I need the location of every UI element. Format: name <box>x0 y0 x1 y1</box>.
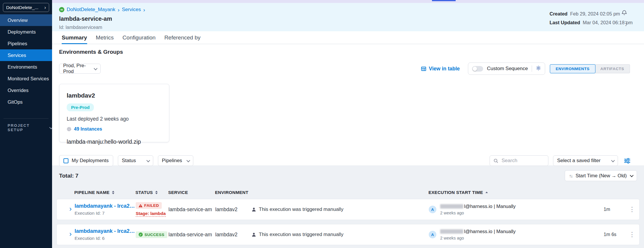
sidebar-item-gitops[interactable]: GitOps <box>0 96 52 108</box>
my-deployments-filter[interactable]: My Deployments <box>59 155 113 166</box>
sidebar-item-overrides[interactable]: Overrides <box>0 84 52 96</box>
project-setup-label: PROJECT SETUP <box>8 123 46 132</box>
status-cell: ✓ SUCCESS <box>136 231 168 238</box>
chevron-down-icon <box>611 158 615 162</box>
environment-cell: lambdav2 <box>215 207 252 213</box>
user-icon <box>252 233 256 237</box>
column-service[interactable]: SERVICE <box>168 190 215 195</box>
user-text: l@harness.io | Manually <box>464 229 516 234</box>
user-line: l@harness.io | Manually <box>440 204 516 209</box>
duration-cell: 1m <box>604 207 625 212</box>
redacted-username <box>440 204 463 209</box>
breadcrumb-project-link[interactable]: DoNotDelete_Mayank <box>67 7 115 13</box>
tab-bar: Summary Metrics Configuration Referenced… <box>52 31 644 44</box>
row-more-menu-icon[interactable]: ⋮ <box>625 206 639 213</box>
tab-summary[interactable]: Summary <box>62 31 87 44</box>
sidebar-item-environments[interactable]: Environments <box>0 61 52 73</box>
my-deployments-label: My Deployments <box>72 158 109 164</box>
header-more-menu-icon[interactable]: ⋮ <box>623 20 629 27</box>
column-label: STATUS <box>135 190 153 195</box>
chevron-right-icon: › <box>44 5 46 10</box>
tab-label: Summary <box>62 34 87 41</box>
tab-metrics[interactable]: Metrics <box>96 31 114 44</box>
row-more-menu-icon[interactable]: ⋮ <box>625 231 639 238</box>
created-label: Created <box>550 11 567 17</box>
custom-sequence-toggle[interactable] <box>472 66 483 72</box>
divider <box>532 65 532 72</box>
breadcrumb-services-link[interactable]: Services <box>122 7 141 13</box>
search-box <box>490 155 548 166</box>
instances-link[interactable]: 49 Instances <box>74 126 102 132</box>
status-filter-dropdown[interactable]: Status <box>118 155 153 166</box>
service-cell: lambda-service-am <box>168 207 215 213</box>
failed-stage-link[interactable]: Stage: lambda <box>136 211 166 217</box>
pipeline-link[interactable]: lambdamayank - Irca2 - Clo... <box>75 203 136 209</box>
status-badge-failed: FAILED <box>136 202 162 209</box>
project-selector[interactable]: DoNotDelete_... › <box>3 3 49 12</box>
pipeline-cell: lambdamayank - Irca2 - Clo... Execution … <box>75 228 136 241</box>
last-deployed-text: Last deployed 2 weeks ago <box>67 116 162 122</box>
sidebar-item-overview[interactable]: Overview <box>0 14 52 26</box>
custom-sequence-label: Custom Sequence <box>487 66 528 72</box>
service-cell: lambda-service-am <box>168 232 215 238</box>
saved-filter-dropdown[interactable]: Select a saved filter <box>553 155 618 166</box>
tab-configuration[interactable]: Configuration <box>123 31 156 44</box>
pipeline-link[interactable]: lambdamayank - Irca2 - Clo... <box>75 228 136 234</box>
execution-row[interactable]: › lambdamayank - Irca2 - Clo... Executio… <box>56 224 640 245</box>
start-time-cell: A l@harness.io | Manually 2 weeks ago <box>429 229 604 240</box>
gear-icon[interactable] <box>536 65 541 72</box>
warning-icon <box>139 204 142 207</box>
status-label: SUCCESS <box>144 233 164 237</box>
search-input[interactable] <box>501 157 545 164</box>
column-environment[interactable]: ENVIRONMENT <box>215 190 252 195</box>
environment-controls-row: Prod, Pre-Prod View in table Custom Sequ… <box>59 63 644 75</box>
status-badge-success: ✓ SUCCESS <box>136 231 167 238</box>
segment-label: ENVIRONMENTS <box>556 67 590 71</box>
sort-arrows-icon: ↑↓ <box>569 173 572 178</box>
segment-artifacts[interactable]: ARTIFACTS <box>595 64 630 73</box>
sidebar-item-label: Pipelines <box>8 41 27 46</box>
sidebar-divider <box>4 118 49 119</box>
status-filter-label: Status <box>122 158 136 164</box>
sort-dropdown[interactable]: ↑↓ Start Time (New → Old) <box>565 170 637 181</box>
executions-toolbar: Total: 7 ↑↓ Start Time (New → Old) <box>52 165 644 181</box>
sidebar-section-project-setup[interactable]: PROJECT SETUP <box>0 123 52 132</box>
start-time-cell: A l@harness.io | Manually 2 weeks ago <box>429 204 604 215</box>
segment-environments[interactable]: ENVIRONMENTS <box>550 64 595 73</box>
sidebar-item-label: Monitored Services <box>8 76 49 81</box>
bell-icon[interactable] <box>621 9 627 17</box>
view-in-table-link[interactable]: View in table <box>421 66 460 72</box>
expand-chevron-icon[interactable]: › <box>66 230 75 239</box>
pipelines-filter-dropdown[interactable]: Pipelines <box>158 155 193 166</box>
environment-filter-dropdown[interactable]: Prod, Pre-Prod <box>59 64 101 74</box>
chevron-down-icon <box>146 158 150 162</box>
sidebar-item-monitored-services[interactable]: Monitored Services <box>0 73 52 84</box>
updated-label: Last Updated <box>550 20 580 25</box>
trigger-note: This execution was triggered manually <box>259 207 343 212</box>
column-execution-start-time[interactable]: EXECUTION START TIME <box>428 190 603 195</box>
executions-section: Total: 7 ↑↓ Start Time (New → Old) PIPEL… <box>52 165 644 248</box>
created-value: Feb 29, 2024 02:05 pm <box>570 11 620 17</box>
harness-cd-icon: ∞ <box>59 7 64 12</box>
filter-sliders-icon[interactable] <box>624 158 631 164</box>
environment-cell: lambdav2 <box>215 232 252 238</box>
execution-row[interactable]: › lambdamayank - Irca2 - Clo... Executio… <box>56 199 640 220</box>
view-in-table-label: View in table <box>429 66 460 72</box>
total-count: Total: 7 <box>59 173 78 179</box>
segment-label: ARTIFACTS <box>600 67 624 71</box>
page-header: ∞ DoNotDelete_Mayank › Services › lambda… <box>52 3 644 31</box>
saved-filter-label: Select a saved filter <box>557 158 600 164</box>
sidebar-item-services[interactable]: Services <box>0 49 52 61</box>
expand-chevron-icon[interactable]: › <box>66 205 75 214</box>
sidebar-item-deployments[interactable]: Deployments <box>0 26 52 38</box>
sidebar-item-pipelines[interactable]: Pipelines <box>0 38 52 49</box>
updated-row: Last Updated Mar 04, 2024 06:18 pm <box>550 20 633 25</box>
status-cell: FAILED Stage: lambda <box>136 202 168 217</box>
sort-label: Start Time (New → Old) <box>576 173 627 178</box>
my-deployments-checkbox[interactable] <box>63 158 68 163</box>
environment-card[interactable]: lambdav2 Pre-Prod Last deployed 2 weeks … <box>59 84 169 142</box>
tab-referenced-by[interactable]: Referenced by <box>164 31 201 44</box>
executions-table-header: PIPELINE NAME STATUS SERVICE ENVIRONMENT… <box>56 190 640 195</box>
column-status[interactable]: STATUS <box>135 190 168 195</box>
column-pipeline-name[interactable]: PIPELINE NAME <box>74 190 135 195</box>
